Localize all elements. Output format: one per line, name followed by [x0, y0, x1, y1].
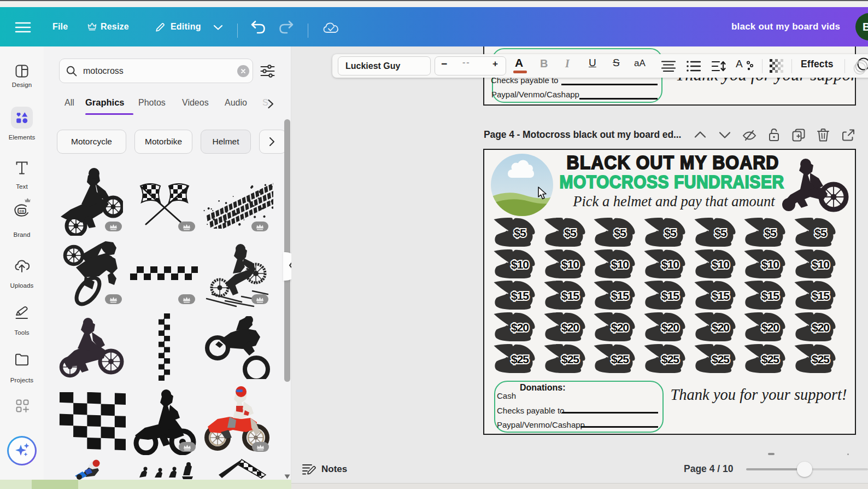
svg-text:$20: $20: [511, 321, 529, 334]
svg-text:$10: $10: [812, 258, 829, 271]
svg-text:$15: $15: [712, 289, 730, 302]
svg-text:$20: $20: [812, 321, 829, 334]
svg-text:$25: $25: [511, 353, 529, 365]
svg-text:$10: $10: [712, 258, 729, 271]
svg-text:$20: $20: [561, 321, 579, 334]
svg-text:$10: $10: [511, 258, 529, 271]
svg-text:co: co: [20, 208, 25, 213]
svg-text:$25: $25: [761, 353, 779, 365]
svg-text:$25: $25: [712, 353, 730, 365]
svg-text:$10: $10: [611, 258, 629, 271]
svg-text:$25: $25: [611, 353, 629, 365]
svg-text:$25: $25: [812, 353, 830, 365]
svg-text:$10: $10: [561, 258, 579, 271]
svg-text:$5: $5: [614, 226, 626, 239]
svg-text:$25: $25: [561, 353, 579, 365]
svg-text:$25: $25: [661, 353, 679, 365]
svg-text:$5: $5: [564, 226, 577, 239]
svg-text:$20: $20: [611, 321, 629, 334]
svg-text:$10: $10: [661, 258, 679, 271]
svg-text:$5: $5: [664, 226, 677, 239]
svg-text:$5: $5: [514, 226, 526, 239]
svg-text:$15: $15: [761, 289, 779, 302]
svg-text:$10: $10: [761, 258, 779, 271]
svg-text:$15: $15: [611, 289, 629, 302]
svg-text:$20: $20: [661, 321, 679, 334]
svg-text:$15: $15: [661, 289, 679, 302]
svg-text:$20: $20: [712, 321, 729, 334]
svg-text:$20: $20: [761, 321, 779, 334]
svg-text:$5: $5: [764, 226, 777, 239]
svg-text:$5: $5: [714, 226, 727, 239]
svg-text:$5: $5: [814, 226, 827, 239]
svg-text:$15: $15: [561, 289, 579, 302]
svg-text:$15: $15: [511, 289, 529, 302]
svg-text:$15: $15: [812, 289, 830, 302]
